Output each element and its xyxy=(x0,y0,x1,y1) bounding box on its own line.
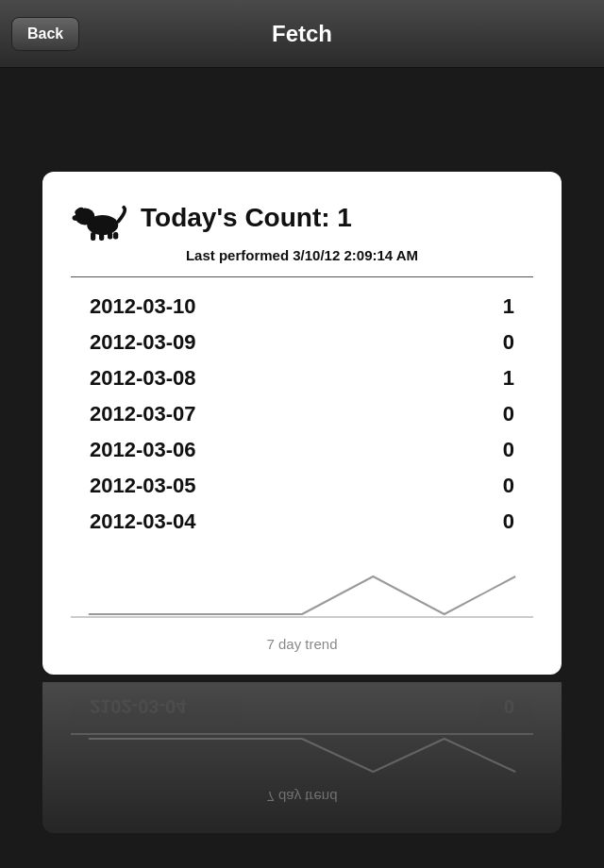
count-cell: 0 xyxy=(486,402,514,426)
reflection-area: 7 day trend 2102-03-04 0 xyxy=(42,682,562,833)
date-cell: 2012-03-06 xyxy=(90,438,196,462)
trend-label: 7 day trend xyxy=(71,636,533,652)
date-cell: 2012-03-05 xyxy=(90,474,196,498)
reflection-inner: 7 day trend 2102-03-04 0 xyxy=(42,682,562,814)
spacer xyxy=(0,68,604,172)
table-row: 2012-03-08 1 xyxy=(71,360,533,396)
reflection-trend-label: 7 day trend xyxy=(71,789,533,805)
count-cell: 1 xyxy=(486,366,514,391)
count-cell: 1 xyxy=(486,294,514,319)
trend-chart xyxy=(71,562,533,628)
table-row: 2012-03-06 0 xyxy=(71,432,533,468)
count-cell: 0 xyxy=(486,438,514,462)
table-row: 2012-03-04 0 xyxy=(71,504,533,540)
date-cell: 2012-03-09 xyxy=(90,330,196,355)
divider xyxy=(71,276,533,277)
dog-icon xyxy=(71,194,127,242)
card-header: Today's Count: 1 xyxy=(71,194,533,242)
svg-rect-5 xyxy=(99,232,104,241)
reflection-row: 2102-03-04 0 xyxy=(71,692,533,721)
date-cell: 2012-03-07 xyxy=(90,402,196,426)
table-row: 2012-03-10 1 xyxy=(71,289,533,325)
date-cell: 2012-03-04 xyxy=(90,509,196,534)
count-cell: 0 xyxy=(486,330,514,355)
svg-point-3 xyxy=(73,215,81,221)
svg-rect-7 xyxy=(113,232,118,240)
count-cell: 0 xyxy=(486,474,514,498)
last-performed: Last performed 3/10/12 2:09:14 AM xyxy=(71,247,533,263)
data-table: 2012-03-10 1 2012-03-09 0 2012-03-08 1 2… xyxy=(71,289,533,540)
table-row: 2012-03-09 0 xyxy=(71,325,533,360)
main-card: Today's Count: 1 Last performed 3/10/12 … xyxy=(42,172,562,675)
svg-rect-4 xyxy=(91,232,95,241)
reflection-count: 0 xyxy=(504,695,514,717)
date-cell: 2012-03-10 xyxy=(90,294,196,319)
nav-bar: Back Fetch xyxy=(0,0,604,68)
trend-area: 7 day trend xyxy=(71,559,533,652)
back-button[interactable]: Back xyxy=(11,17,79,51)
svg-rect-6 xyxy=(108,232,112,240)
table-row: 2012-03-07 0 xyxy=(71,396,533,432)
date-cell: 2012-03-08 xyxy=(90,366,196,391)
today-count: Today's Count: 1 xyxy=(141,203,352,233)
table-row: 2012-03-05 0 xyxy=(71,468,533,504)
count-cell: 0 xyxy=(486,509,514,534)
reflection-trend-chart xyxy=(71,725,533,781)
reflection-date: 2102-03-04 xyxy=(90,695,186,717)
nav-title: Fetch xyxy=(272,21,332,47)
